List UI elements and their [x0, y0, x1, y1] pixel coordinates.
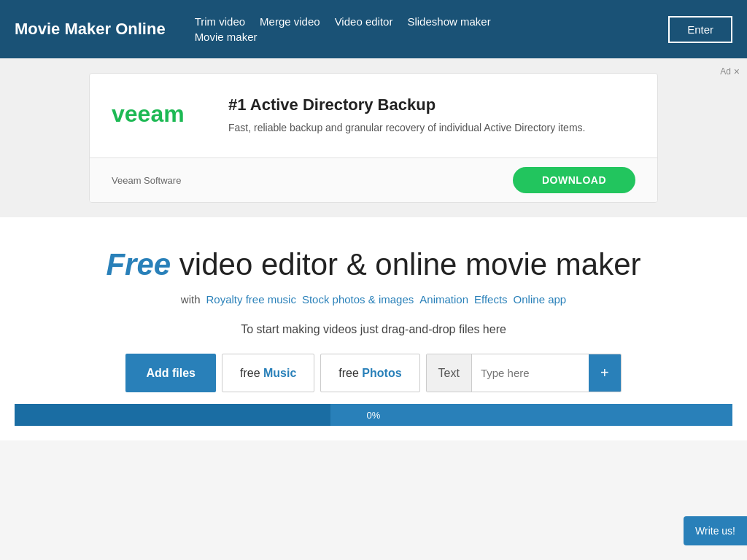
ad-description: Fast, reliable backup and granular recov… [228, 120, 585, 136]
ad-company: Veeam Software [112, 175, 181, 186]
progress-section: 0% [15, 404, 732, 426]
main-nav: Trim video Merge video Video editor Slid… [195, 15, 640, 43]
ad-card-body: veeam #1 Active Directory Backup Fast, r… [90, 74, 657, 158]
main-content: Free video editor & online movie maker w… [0, 217, 747, 440]
free-music-button[interactable]: free Music [222, 354, 314, 392]
free-photos-label: Photos [362, 367, 401, 379]
subtitle-link-online-app[interactable]: Online app [514, 293, 567, 306]
ad-title: #1 Active Directory Backup [228, 96, 585, 114]
progress-text: 0% [367, 410, 381, 421]
headline-rest: video editor & online movie maker [171, 247, 640, 281]
main-headline: Free video editor & online movie maker [15, 246, 732, 283]
headline-free: Free [106, 247, 171, 281]
drag-drop-text: To start making videos just drag-and-dro… [15, 323, 732, 336]
ad-section: Ad × veeam #1 Active Directory Backup Fa… [0, 58, 747, 217]
ad-label: Ad [720, 66, 731, 77]
nav-slideshow-maker[interactable]: Slideshow maker [407, 15, 490, 28]
text-group: Text + [426, 354, 622, 392]
subtitle-link-photos[interactable]: Stock photos & images [302, 293, 414, 306]
ad-card: veeam #1 Active Directory Backup Fast, r… [89, 73, 658, 203]
text-plus-button[interactable]: + [589, 354, 621, 392]
ad-text: #1 Active Directory Backup Fast, reliabl… [228, 96, 585, 136]
write-us-button[interactable]: Write us! [684, 516, 747, 545]
free-photos-button[interactable]: free Photos [320, 354, 419, 392]
header: Movie Maker Online Trim video Merge vide… [0, 0, 747, 58]
ad-badge: Ad × [720, 66, 740, 77]
text-label: Text [427, 354, 472, 392]
add-files-button[interactable]: Add files [125, 354, 216, 392]
veeam-logo: veeam [112, 98, 206, 133]
enter-button[interactable]: Enter [668, 16, 732, 43]
nav-movie-maker[interactable]: Movie maker [195, 31, 640, 43]
free-photos-prefix: free [338, 367, 362, 379]
free-music-label: Music [263, 367, 296, 379]
nav-video-editor[interactable]: Video editor [335, 15, 393, 28]
subtitle: with Royalty free music Stock photos & i… [15, 293, 732, 306]
subtitle-link-effects[interactable]: Effects [474, 293, 508, 306]
site-logo[interactable]: Movie Maker Online [15, 20, 166, 39]
free-music-prefix: free [240, 367, 263, 379]
ad-card-footer: Veeam Software DOWNLOAD [90, 158, 657, 202]
text-input[interactable] [472, 354, 589, 392]
nav-trim-video[interactable]: Trim video [195, 15, 245, 28]
nav-merge-video[interactable]: Merge video [260, 15, 320, 28]
ad-close-icon[interactable]: × [734, 66, 740, 77]
subtitle-with: with [181, 293, 201, 306]
progress-bar-fill [15, 404, 330, 426]
ad-download-button[interactable]: DOWNLOAD [513, 167, 635, 193]
toolbar: Add files free Music free Photos Text + [15, 354, 732, 392]
subtitle-link-animation[interactable]: Animation [419, 293, 468, 306]
svg-text:veeam: veeam [112, 101, 185, 127]
subtitle-link-music[interactable]: Royalty free music [206, 293, 296, 306]
